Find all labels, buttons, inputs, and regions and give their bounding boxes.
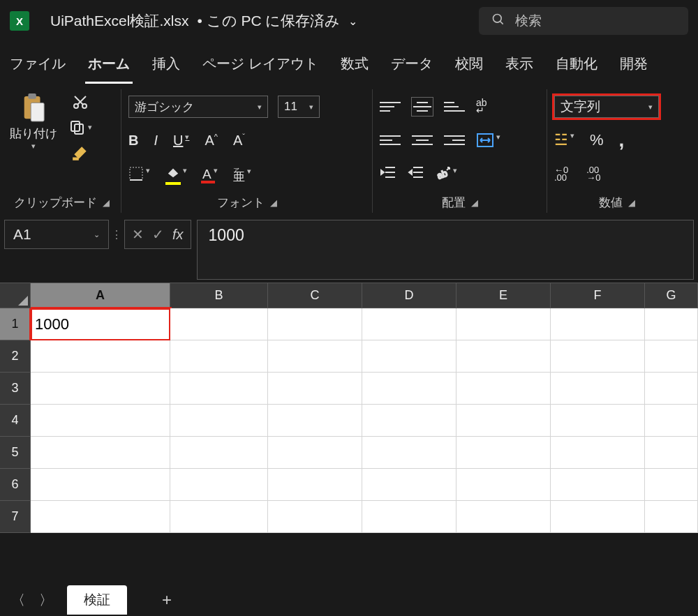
cell-A1[interactable]: 1000 [31, 308, 170, 340]
col-header-B[interactable]: B [170, 283, 268, 308]
row-header-6[interactable]: 6 [0, 469, 31, 501]
cell-C4[interactable] [268, 405, 362, 437]
tab-file[interactable]: ファイル [7, 50, 68, 84]
document-title[interactable]: UiPathExcel検証.xlsx • この PC に保存済み ⌄ [50, 11, 357, 31]
cell-D6[interactable] [362, 469, 456, 501]
number-format-combo[interactable]: 文字列 ▾ [554, 96, 659, 118]
cell-D5[interactable] [362, 437, 456, 469]
cell-G1[interactable] [645, 308, 698, 340]
increase-font-button[interactable]: A^ [205, 133, 218, 149]
decrease-decimal-button[interactable]: .00→0 [586, 166, 600, 181]
cell-G7[interactable] [645, 501, 698, 533]
formula-input[interactable]: 1000 [197, 220, 694, 280]
cell-C1[interactable] [268, 308, 362, 340]
cell-B2[interactable] [170, 340, 268, 373]
cell-F7[interactable] [551, 501, 645, 533]
cell-E1[interactable] [456, 308, 551, 340]
search-box[interactable]: 検索 [479, 7, 688, 35]
row-header-5[interactable]: 5 [0, 437, 31, 469]
cell-C6[interactable] [268, 469, 362, 501]
dialog-launcher-icon[interactable]: ◢ [103, 197, 110, 208]
tab-review[interactable]: 校閲 [452, 50, 486, 84]
cell-D3[interactable] [362, 373, 456, 405]
cell-A7[interactable] [31, 501, 170, 533]
cell-B7[interactable] [170, 501, 268, 533]
col-header-C[interactable]: C [268, 283, 362, 308]
add-sheet-button[interactable]: + [162, 590, 172, 610]
phonetic-button[interactable]: ア亜 ▾ [233, 167, 251, 181]
cell-A6[interactable] [31, 469, 170, 501]
cell-G4[interactable] [645, 405, 698, 437]
col-header-D[interactable]: D [362, 283, 456, 308]
font-name-combo[interactable]: 游ゴシック ▾ [128, 96, 268, 118]
cell-G5[interactable] [645, 437, 698, 469]
decrease-font-button[interactable]: Aˇ [233, 133, 245, 149]
percent-button[interactable]: % [590, 131, 604, 149]
cell-B1[interactable] [170, 308, 268, 340]
orientation-button[interactable]: ab ▾ [436, 166, 457, 181]
format-painter-button[interactable] [68, 144, 92, 162]
cell-G3[interactable] [645, 373, 698, 405]
cell-G6[interactable] [645, 469, 698, 501]
copy-button[interactable]: ▾ [68, 119, 92, 135]
sheet-tab-active[interactable]: 検証 [67, 585, 127, 615]
align-right-button[interactable] [444, 131, 465, 149]
cell-E3[interactable] [456, 373, 551, 405]
cell-E6[interactable] [456, 469, 551, 501]
col-header-F[interactable]: F [551, 283, 645, 308]
italic-button[interactable]: I [154, 133, 158, 149]
align-bottom-button[interactable] [444, 98, 465, 116]
insert-function-button[interactable]: fx [172, 227, 184, 243]
tab-view[interactable]: 表示 [503, 50, 536, 84]
align-center-button[interactable] [412, 131, 433, 149]
cell-G2[interactable] [645, 340, 698, 373]
comma-style-button[interactable]: , [619, 129, 625, 151]
cell-E2[interactable] [456, 340, 551, 373]
cell-F2[interactable] [551, 340, 645, 373]
col-header-G[interactable]: G [645, 283, 698, 308]
tab-formulas[interactable]: 数式 [338, 50, 371, 84]
tab-home[interactable]: ホーム [85, 50, 133, 84]
cell-A2[interactable] [31, 340, 170, 373]
row-header-4[interactable]: 4 [0, 405, 31, 437]
cell-E7[interactable] [456, 501, 551, 533]
dialog-launcher-icon[interactable]: ◢ [628, 197, 635, 208]
col-header-E[interactable]: E [456, 283, 551, 308]
cell-D1[interactable] [362, 308, 456, 340]
dialog-launcher-icon[interactable]: ◢ [471, 197, 478, 208]
accounting-format-button[interactable]: ☳▾ [554, 131, 574, 149]
row-header-1[interactable]: 1 [0, 308, 31, 340]
cell-E4[interactable] [456, 405, 551, 437]
merge-cells-button[interactable]: ▾ [476, 133, 500, 148]
row-header-7[interactable]: 7 [0, 501, 31, 533]
sheet-nav-prev[interactable]: 〈 [11, 591, 25, 610]
wrap-text-button[interactable]: ab↵ [476, 99, 487, 114]
cell-B5[interactable] [170, 437, 268, 469]
row-header-2[interactable]: 2 [0, 340, 31, 373]
cell-B6[interactable] [170, 469, 268, 501]
cell-C3[interactable] [268, 373, 362, 405]
borders-button[interactable]: ▾ [128, 166, 150, 181]
confirm-edit-button[interactable]: ✓ [152, 226, 164, 243]
cell-C2[interactable] [268, 340, 362, 373]
font-color-button[interactable]: A ▾ [202, 166, 218, 182]
align-middle-button[interactable] [412, 98, 433, 116]
cell-D7[interactable] [362, 501, 456, 533]
cell-F4[interactable] [551, 405, 645, 437]
cell-A3[interactable] [31, 373, 170, 405]
tab-insert[interactable]: 挿入 [149, 50, 183, 84]
cell-E5[interactable] [456, 437, 551, 469]
sheet-nav-next[interactable]: 〉 [39, 591, 53, 610]
cell-F6[interactable] [551, 469, 645, 501]
font-size-combo[interactable]: 11 ▾ [278, 96, 320, 118]
cell-D2[interactable] [362, 340, 456, 373]
tab-automate[interactable]: 自動化 [553, 50, 600, 84]
tab-developer[interactable]: 開発 [617, 50, 651, 84]
dialog-launcher-icon[interactable]: ◢ [270, 197, 277, 208]
col-header-A[interactable]: A [31, 283, 170, 308]
cell-A5[interactable] [31, 437, 170, 469]
row-header-3[interactable]: 3 [0, 373, 31, 405]
cell-B3[interactable] [170, 373, 268, 405]
paste-button[interactable]: 貼り付け ▾ [10, 92, 57, 151]
cell-D4[interactable] [362, 405, 456, 437]
